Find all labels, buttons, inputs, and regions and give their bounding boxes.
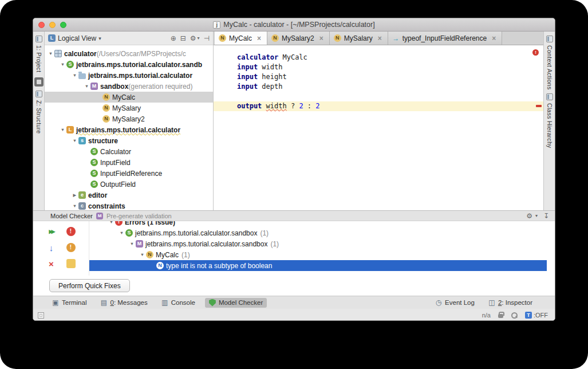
code-line[interactable]: input height bbox=[214, 72, 543, 82]
project-tree-row[interactable]: SCalculator bbox=[45, 146, 213, 157]
active-toolwindow-button[interactable] bbox=[34, 77, 44, 87]
editor-tab-mycalc[interactable]: NMyCalc× bbox=[215, 32, 267, 45]
toolwindow-button-terminal[interactable]: ▣Terminal bbox=[48, 298, 90, 308]
settings-gear-icon[interactable]: ⚙ bbox=[190, 35, 196, 42]
collapse-arrow-icon[interactable]: ▼ bbox=[128, 241, 136, 246]
code-line[interactable]: input depth bbox=[214, 82, 543, 92]
window-titlebar[interactable]: j MyCalc - calculator - [~/MPSProjects/c… bbox=[33, 18, 555, 32]
model-checker-tree-row[interactable]: ▼Sjetbrains.mps.tutorial.calculator.sand… bbox=[89, 227, 547, 238]
code-editor[interactable]: ! calculator MyCalcinput widthinput heig… bbox=[214, 45, 543, 210]
code-token: calculator bbox=[237, 53, 278, 61]
code-line[interactable]: output width ? 2 : 2 bbox=[214, 101, 543, 111]
model-checker-header[interactable]: Model Checker M Pre-generate validation … bbox=[33, 210, 555, 221]
chevron-down-icon: ▾ bbox=[98, 36, 101, 41]
project-tree-row[interactable]: NMySalary2 bbox=[45, 113, 213, 124]
collapse-arrow-icon[interactable]: ▼ bbox=[59, 62, 66, 67]
editor-tab-mysalary2[interactable]: NMySalary2× bbox=[267, 32, 330, 45]
toolwindow-button-event-log[interactable]: ◷Event Log bbox=[431, 298, 479, 308]
collapse-arrow-icon[interactable]: ▼ bbox=[108, 221, 115, 225]
code-line[interactable] bbox=[214, 92, 543, 101]
expand-arrow-icon[interactable]: ▶ bbox=[71, 193, 78, 198]
lock-icon[interactable] bbox=[498, 314, 503, 318]
clear-button[interactable]: × bbox=[45, 259, 58, 268]
magnifier-icon[interactable] bbox=[511, 312, 518, 319]
settings-gear-icon[interactable]: ⚙ bbox=[526, 213, 532, 219]
editor-tab-mysalary[interactable]: NMySalary× bbox=[330, 32, 388, 45]
project-tree-row[interactable]: ▼Ljetbrains.mps.tutorial.calculator bbox=[45, 124, 213, 135]
tab-close-icon[interactable]: × bbox=[376, 34, 384, 42]
toolwindow-button-inspector[interactable]: ◫2: Inspector bbox=[484, 298, 536, 308]
code-line[interactable]: calculator MyCalc bbox=[214, 53, 543, 62]
view-selector[interactable]: Logical View bbox=[58, 34, 96, 42]
typesystem-toggle[interactable]: T :OFF bbox=[525, 312, 548, 319]
tree-item-label: Errors (1 issue) bbox=[125, 221, 175, 226]
code-line[interactable]: input width bbox=[214, 62, 543, 72]
logical-view-icon: L bbox=[48, 34, 56, 42]
toggle-state: :OFF bbox=[534, 312, 548, 319]
warnings-filter-button[interactable]: ! bbox=[65, 243, 77, 252]
hide-panel-icon[interactable]: ⊣ bbox=[204, 35, 210, 42]
panel-title: Model Checker bbox=[50, 213, 93, 219]
collapse-arrow-icon[interactable]: ▼ bbox=[71, 73, 78, 78]
project-tree-row[interactable]: NMyCalc bbox=[45, 92, 213, 103]
toolwindow-tab-context-actions[interactable]: Context Actions bbox=[546, 36, 553, 89]
error-indicator-icon[interactable]: ! bbox=[532, 49, 539, 56]
toolwindow-button-messages[interactable]: ▤0: Messages bbox=[96, 298, 151, 308]
zoom-window-button[interactable] bbox=[60, 22, 66, 28]
tree-item-label: jetbrains.mps.tutorial.calculator.sandbo… bbox=[135, 229, 257, 237]
collapse-arrow-icon[interactable]: ▼ bbox=[139, 252, 146, 257]
model-checker-tree-row[interactable]: ▼!Errors (1 issue) bbox=[89, 221, 547, 227]
project-tree-row[interactable]: ▼Sjetbrains.mps.tutorial.calculator.sand… bbox=[45, 59, 213, 70]
next-issue-button[interactable]: ↓ bbox=[45, 243, 58, 252]
tab-close-icon[interactable]: × bbox=[255, 34, 263, 42]
project-tree-row[interactable]: NMySalary bbox=[45, 103, 213, 113]
project-tree-row[interactable]: ▼jetbrains.mps.tutorial.calculator bbox=[45, 70, 213, 81]
minimize-window-button[interactable] bbox=[49, 22, 56, 28]
errors-filter-button[interactable]: ! bbox=[65, 227, 77, 236]
project-tree-row[interactable]: ▼cconstraints bbox=[45, 201, 213, 210]
export-icon[interactable]: ↧ bbox=[543, 213, 549, 219]
collapse-all-icon[interactable]: ⊟ bbox=[180, 35, 186, 42]
locate-file-icon[interactable]: ⊕ bbox=[171, 35, 176, 42]
caret-position-indicator[interactable]: n/a bbox=[482, 312, 491, 319]
collapse-arrow-icon[interactable]: ▼ bbox=[71, 138, 78, 143]
collapse-arrow-icon[interactable]: ▼ bbox=[47, 51, 54, 56]
info-filter-button[interactable] bbox=[65, 259, 77, 268]
code-token: depth bbox=[258, 83, 282, 91]
tab-close-icon[interactable]: × bbox=[318, 34, 325, 42]
project-tree-row[interactable]: SOutputField bbox=[45, 179, 213, 190]
rerun-icon: ▶▶ bbox=[47, 227, 56, 236]
tab-close-icon[interactable]: × bbox=[490, 34, 498, 42]
collapse-arrow-icon[interactable]: ▼ bbox=[118, 230, 125, 235]
toolwindow-tab-project[interactable]: 1: Project bbox=[35, 36, 42, 72]
project-tree-row[interactable]: ▶eeditor bbox=[45, 190, 213, 201]
project-tree-row[interactable]: SInputFieldReference bbox=[45, 168, 213, 179]
model-checker-tree-row[interactable]: Ntype int is not a subtype of boolean bbox=[89, 260, 547, 271]
error-stripe-mark[interactable] bbox=[536, 105, 542, 107]
resize-grip-icon[interactable] bbox=[38, 312, 44, 319]
toggle-letter-badge: T bbox=[525, 312, 532, 319]
tree-item-label: editor bbox=[88, 191, 107, 199]
toolwindow-button-label: 0: Messages bbox=[110, 299, 147, 306]
toolwindow-tab-structure[interactable]: Z: Structure bbox=[35, 91, 42, 134]
close-window-button[interactable] bbox=[38, 22, 45, 28]
rerun-button[interactable]: ▶▶ bbox=[45, 227, 58, 236]
project-tree-row[interactable]: ▼calculator (/Users/Oscar/MPSProjects/c bbox=[45, 48, 213, 59]
clear-icon: × bbox=[47, 259, 56, 268]
toolwindow-button-label: Console bbox=[171, 299, 195, 306]
project-tree-row[interactable]: ▼sstructure bbox=[45, 135, 213, 146]
model-checker-tree-row[interactable]: ▼Mjetbrains.mps.tutorial.calculator.sand… bbox=[89, 238, 547, 249]
editor-aspect-icon: e bbox=[78, 191, 86, 199]
toolwindow-button-console[interactable]: ▥Console bbox=[157, 298, 199, 308]
toolwindow-tab-class-hierarchy[interactable]: Class Hierarchy bbox=[546, 93, 553, 148]
project-tree-row[interactable]: SInputField bbox=[45, 157, 213, 168]
perform-quick-fixes-button[interactable]: Perform Quick Fixes bbox=[49, 279, 130, 292]
collapse-arrow-icon[interactable]: ▼ bbox=[71, 203, 78, 209]
collapse-arrow-icon[interactable]: ▼ bbox=[59, 127, 66, 132]
window-controls bbox=[38, 22, 66, 28]
toolwindow-button-model-checker[interactable]: Model Checker bbox=[205, 298, 267, 308]
model-checker-tree-row[interactable]: ▼NMyCalc(1) bbox=[89, 249, 547, 260]
editor-tab-typeof-inputfieldreference[interactable]: →typeof_InputFieldReference× bbox=[388, 32, 502, 45]
collapse-arrow-icon[interactable]: ▼ bbox=[83, 84, 90, 89]
project-tree-row[interactable]: ▼Msandbox (generation required) bbox=[45, 81, 213, 92]
